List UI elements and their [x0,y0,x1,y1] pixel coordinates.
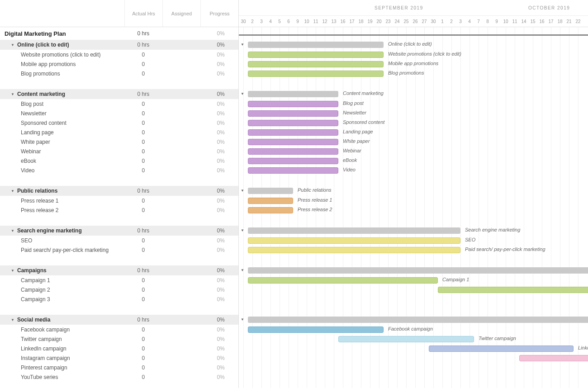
gantt-bar[interactable] [248,247,460,253]
gantt-bar[interactable] [248,167,338,174]
actual-hrs-cell[interactable]: 0 [124,207,163,213]
group-row[interactable]: ▼Online (click to edit)0 hrs0% [0,40,238,50]
row-name[interactable]: Newsletter [21,110,47,117]
actual-hrs-cell[interactable]: 0 [124,148,163,155]
caret-down-icon[interactable]: ▼ [241,43,244,47]
progress-cell[interactable]: 0% [203,336,238,342]
row-name[interactable]: Sponsored content [21,120,66,126]
group-row[interactable]: ▼Search engine marketing0 hrs0% [0,226,238,236]
group-row[interactable]: ▼Campaigns0 hrs0% [0,265,238,275]
project-title-row[interactable]: Digital Marketing Plan0 hrs0% [0,27,238,40]
task-row[interactable]: White paper00% [0,137,238,147]
task-row[interactable]: Campaign 100% [0,275,238,285]
actual-hrs-cell[interactable]: 0 [124,345,163,352]
actual-hrs-cell[interactable]: 0 [124,198,163,204]
actual-hrs-cell[interactable]: 0 [124,364,163,371]
task-row[interactable]: YouTube series00% [0,372,238,382]
progress-cell[interactable]: 0% [203,91,238,97]
progress-cell[interactable]: 0% [203,326,238,333]
row-name[interactable]: Press release 2 [21,207,58,213]
progress-cell[interactable]: 0% [203,364,238,371]
row-name[interactable]: LinkedIn campaign [21,345,66,352]
task-row[interactable]: Blog promotions00% [0,69,238,78]
gantt-bar[interactable] [248,237,460,244]
row-name[interactable]: Website promotions (click to edit) [21,52,101,58]
task-row[interactable]: Newsletter00% [0,109,238,118]
gantt-bar[interactable] [248,101,338,107]
gantt-bar[interactable] [338,336,474,342]
row-name[interactable]: YouTube series [21,374,58,380]
actual-hrs-cell[interactable]: 0 hrs [124,188,162,194]
gantt-bar[interactable] [248,326,384,333]
actual-hrs-cell[interactable]: 0 [124,158,163,164]
row-name[interactable]: Twitter campaign [21,336,62,342]
task-row[interactable]: Facebook campaign00% [0,325,238,334]
task-row[interactable]: Press release 200% [0,205,238,215]
row-name[interactable]: Campaign 3 [21,296,50,303]
caret-down-icon[interactable]: ▼ [241,317,244,322]
gantt-bar[interactable] [438,287,588,293]
task-row[interactable]: Video00% [0,166,238,175]
caret-down-icon[interactable]: ▼ [241,92,244,96]
actual-hrs-cell[interactable]: 0 [124,287,163,293]
row-name[interactable]: Campaign 1 [21,277,50,284]
caret-down-icon[interactable]: ▼ [241,189,244,193]
caret-down-icon[interactable]: ▼ [11,189,14,193]
caret-down-icon[interactable]: ▼ [11,43,14,47]
row-name[interactable]: Facebook campaign [21,326,70,333]
task-row[interactable]: Campaign 200% [0,285,238,294]
task-row[interactable]: LinkedIn campaign00% [0,344,238,353]
progress-cell[interactable]: 0% [203,120,238,126]
task-row[interactable]: eBook00% [0,156,238,166]
col-actual-header[interactable]: Actual Hrs [124,0,162,27]
gantt-bar[interactable] [248,110,338,117]
actual-hrs-cell[interactable]: 0 [124,336,163,342]
row-name[interactable]: Press release 1 [21,198,58,204]
progress-cell[interactable]: 0% [203,167,238,174]
gantt-bar[interactable] [248,71,384,77]
actual-hrs-cell[interactable]: 0 [124,326,163,333]
progress-cell[interactable]: 0% [203,296,238,303]
gantt-bar[interactable] [248,317,588,323]
progress-cell[interactable]: 0% [203,374,238,380]
gantt-bar[interactable] [248,42,384,48]
actual-hrs-cell[interactable]: 0 [124,61,163,67]
progress-cell[interactable]: 0% [203,317,238,323]
row-name[interactable]: Mobile app promotions [21,61,76,67]
row-name[interactable]: Pinterest campaign [21,364,67,371]
row-name[interactable]: Digital Marketing Plan [5,30,66,37]
gantt-bar[interactable] [248,207,293,213]
group-row[interactable]: ▼Public relations0 hrs0% [0,186,238,196]
row-name[interactable]: SEO [21,237,32,244]
gantt-bar[interactable] [248,91,338,97]
progress-cell[interactable]: 0% [203,110,238,117]
gantt-bar[interactable] [248,148,338,155]
row-name[interactable]: Campaigns [17,267,47,274]
progress-cell[interactable]: 0% [203,287,238,293]
actual-hrs-cell[interactable]: 0 [124,139,163,145]
actual-hrs-cell[interactable]: 0 [124,101,163,107]
progress-cell[interactable]: 0% [203,188,238,194]
task-row[interactable]: Twitter campaign00% [0,334,238,344]
caret-down-icon[interactable]: ▼ [11,318,14,322]
caret-down-icon[interactable]: ▼ [241,268,244,272]
actual-hrs-cell[interactable]: 0 [124,237,163,244]
task-row[interactable]: Pinterest campaign00% [0,363,238,372]
progress-cell[interactable]: 0% [203,129,238,136]
actual-hrs-cell[interactable]: 0 [124,129,163,136]
task-row[interactable]: SEO00% [0,236,238,245]
progress-cell[interactable]: 0% [203,71,238,77]
caret-down-icon[interactable]: ▼ [11,92,14,96]
timeline-panel[interactable]: SEPTEMBER 2019OCTOBER 2019 3023456910111… [239,0,588,388]
gantt-bar[interactable] [248,158,338,164]
actual-hrs-cell[interactable]: 0 hrs [124,30,162,37]
row-name[interactable]: Blog post [21,101,43,107]
progress-cell[interactable]: 0% [203,247,238,253]
actual-hrs-cell[interactable]: 0 hrs [124,227,162,234]
gantt-bar[interactable] [248,129,338,136]
gantt-bar[interactable] [248,52,384,58]
progress-cell[interactable]: 0% [203,158,238,164]
actual-hrs-cell[interactable]: 0 hrs [124,267,162,274]
progress-cell[interactable]: 0% [203,30,238,37]
row-name[interactable]: Blog promotions [21,71,60,77]
